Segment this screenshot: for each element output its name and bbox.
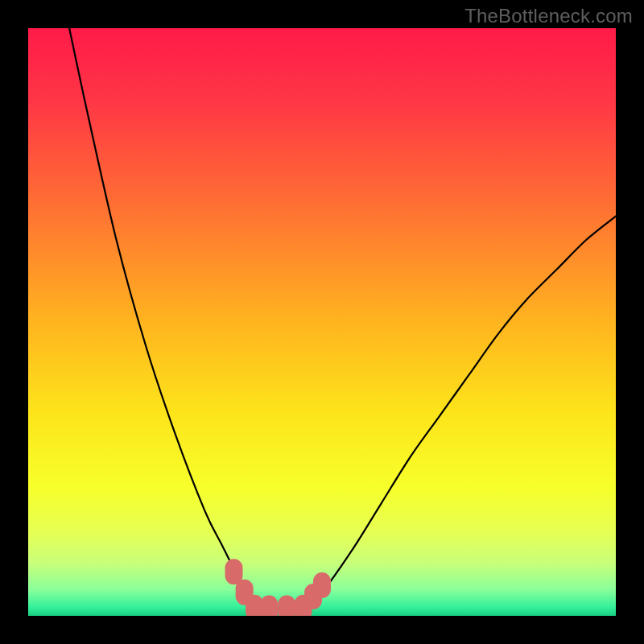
plot-area xyxy=(28,28,616,616)
chart-frame: TheBottleneck.com xyxy=(0,0,644,644)
watermark-text: TheBottleneck.com xyxy=(464,5,633,27)
marker-m4 xyxy=(260,596,278,616)
marker-m8 xyxy=(313,572,331,598)
marker-m5 xyxy=(278,596,295,616)
plot-svg xyxy=(28,28,616,616)
heat-gradient-background xyxy=(28,28,616,616)
